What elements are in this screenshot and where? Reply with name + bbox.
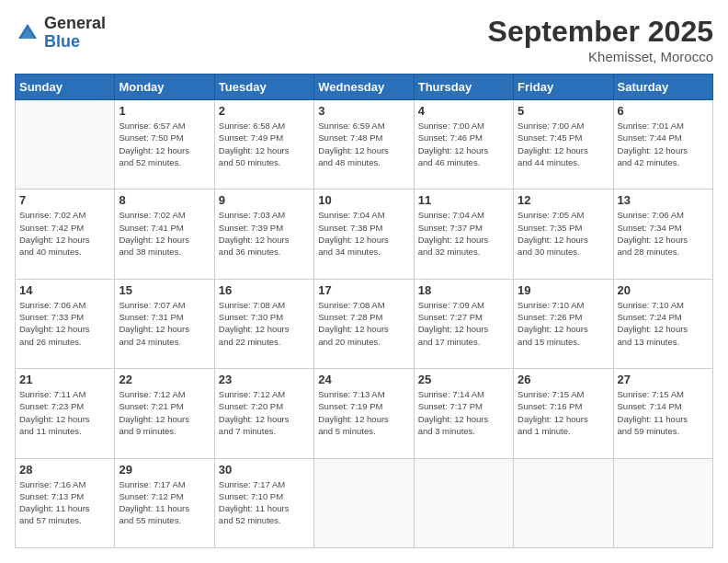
day-number: 8 xyxy=(119,193,210,207)
day-number: 12 xyxy=(518,193,609,207)
day-cell: 21Sunrise: 7:11 AMSunset: 7:23 PMDayligh… xyxy=(16,369,115,458)
calendar-header: SundayMondayTuesdayWednesdayThursdayFrid… xyxy=(16,75,713,100)
day-info: Sunrise: 7:00 AMSunset: 7:45 PMDaylight:… xyxy=(518,120,609,168)
day-cell: 16Sunrise: 7:08 AMSunset: 7:30 PMDayligh… xyxy=(214,279,313,368)
day-cell: 11Sunrise: 7:04 AMSunset: 7:37 PMDayligh… xyxy=(414,190,513,279)
day-number: 29 xyxy=(119,463,210,477)
day-number: 11 xyxy=(418,193,509,207)
day-info: Sunrise: 6:59 AMSunset: 7:48 PMDaylight:… xyxy=(318,120,409,168)
day-cell: 10Sunrise: 7:04 AMSunset: 7:38 PMDayligh… xyxy=(314,190,414,279)
day-cell xyxy=(314,458,414,547)
day-info: Sunrise: 7:17 AMSunset: 7:10 PMDaylight:… xyxy=(219,478,310,527)
day-number: 1 xyxy=(119,104,210,118)
day-number: 14 xyxy=(19,283,110,297)
day-info: Sunrise: 7:04 AMSunset: 7:38 PMDaylight:… xyxy=(318,209,409,258)
day-cell: 1Sunrise: 6:57 AMSunset: 7:50 PMDaylight… xyxy=(115,100,214,190)
day-cell: 29Sunrise: 7:17 AMSunset: 7:12 PMDayligh… xyxy=(115,458,214,547)
day-cell: 12Sunrise: 7:05 AMSunset: 7:35 PMDayligh… xyxy=(514,190,613,279)
day-number: 9 xyxy=(219,193,310,207)
page-subtitle: Khemisset, Morocco xyxy=(488,49,713,64)
day-number: 22 xyxy=(119,373,210,386)
day-info: Sunrise: 7:12 AMSunset: 7:20 PMDaylight:… xyxy=(219,388,310,437)
header-cell-saturday: Saturday xyxy=(613,75,712,100)
day-info: Sunrise: 7:09 AMSunset: 7:27 PMDaylight:… xyxy=(418,299,509,348)
day-info: Sunrise: 7:13 AMSunset: 7:19 PMDaylight:… xyxy=(318,388,409,437)
title-block: September 2025 Khemisset, Morocco xyxy=(488,15,713,64)
day-info: Sunrise: 7:14 AMSunset: 7:17 PMDaylight:… xyxy=(418,388,509,437)
day-cell xyxy=(414,458,513,547)
day-info: Sunrise: 7:15 AMSunset: 7:14 PMDaylight:… xyxy=(618,388,709,437)
day-cell xyxy=(16,100,115,190)
day-number: 25 xyxy=(418,373,509,386)
logo-text: General Blue xyxy=(44,15,106,52)
day-number: 16 xyxy=(219,283,310,297)
day-cell: 15Sunrise: 7:07 AMSunset: 7:31 PMDayligh… xyxy=(115,279,214,368)
week-row-2: 14Sunrise: 7:06 AMSunset: 7:33 PMDayligh… xyxy=(16,279,713,368)
day-info: Sunrise: 7:00 AMSunset: 7:46 PMDaylight:… xyxy=(418,120,509,168)
day-number: 5 xyxy=(518,104,609,118)
day-number: 23 xyxy=(219,373,310,386)
day-info: Sunrise: 7:04 AMSunset: 7:37 PMDaylight:… xyxy=(418,209,509,258)
header-row: SundayMondayTuesdayWednesdayThursdayFrid… xyxy=(16,75,713,100)
day-info: Sunrise: 7:11 AMSunset: 7:23 PMDaylight:… xyxy=(19,388,110,437)
week-row-4: 28Sunrise: 7:16 AMSunset: 7:13 PMDayligh… xyxy=(16,458,713,547)
day-cell: 26Sunrise: 7:15 AMSunset: 7:16 PMDayligh… xyxy=(514,369,613,458)
day-info: Sunrise: 7:10 AMSunset: 7:24 PMDaylight:… xyxy=(618,299,709,348)
day-cell: 18Sunrise: 7:09 AMSunset: 7:27 PMDayligh… xyxy=(414,279,513,368)
day-cell: 27Sunrise: 7:15 AMSunset: 7:14 PMDayligh… xyxy=(613,369,712,458)
logo-blue: Blue xyxy=(44,33,106,52)
day-number: 20 xyxy=(618,283,709,297)
day-cell: 3Sunrise: 6:59 AMSunset: 7:48 PMDaylight… xyxy=(314,100,414,190)
day-info: Sunrise: 7:16 AMSunset: 7:13 PMDaylight:… xyxy=(19,478,110,527)
day-cell: 25Sunrise: 7:14 AMSunset: 7:17 PMDayligh… xyxy=(414,369,513,458)
day-number: 18 xyxy=(418,283,509,297)
day-cell: 28Sunrise: 7:16 AMSunset: 7:13 PMDayligh… xyxy=(16,458,115,547)
calendar-body: 1Sunrise: 6:57 AMSunset: 7:50 PMDaylight… xyxy=(16,100,713,548)
day-info: Sunrise: 6:58 AMSunset: 7:49 PMDaylight:… xyxy=(219,120,310,168)
day-cell: 13Sunrise: 7:06 AMSunset: 7:34 PMDayligh… xyxy=(613,190,712,279)
logo: General Blue xyxy=(15,15,106,52)
day-info: Sunrise: 7:02 AMSunset: 7:42 PMDaylight:… xyxy=(19,209,110,258)
day-number: 24 xyxy=(318,373,409,386)
week-row-3: 21Sunrise: 7:11 AMSunset: 7:23 PMDayligh… xyxy=(16,369,713,458)
page-title: September 2025 xyxy=(488,15,713,49)
day-number: 27 xyxy=(618,373,709,386)
day-cell: 7Sunrise: 7:02 AMSunset: 7:42 PMDaylight… xyxy=(16,190,115,279)
header-cell-monday: Monday xyxy=(115,75,214,100)
logo-icon xyxy=(15,20,40,46)
calendar-table: SundayMondayTuesdayWednesdayThursdayFrid… xyxy=(15,74,713,548)
day-info: Sunrise: 7:12 AMSunset: 7:21 PMDaylight:… xyxy=(119,388,210,437)
day-number: 6 xyxy=(618,104,709,118)
day-number: 17 xyxy=(318,283,409,297)
day-info: Sunrise: 7:15 AMSunset: 7:16 PMDaylight:… xyxy=(518,388,609,437)
day-cell: 19Sunrise: 7:10 AMSunset: 7:26 PMDayligh… xyxy=(514,279,613,368)
day-cell: 30Sunrise: 7:17 AMSunset: 7:10 PMDayligh… xyxy=(214,458,313,547)
page-header: General Blue September 2025 Khemisset, M… xyxy=(15,15,713,64)
logo-general: General xyxy=(44,15,106,33)
header-cell-sunday: Sunday xyxy=(16,75,115,100)
header-cell-thursday: Thursday xyxy=(414,75,513,100)
day-info: Sunrise: 7:02 AMSunset: 7:41 PMDaylight:… xyxy=(119,209,210,258)
day-cell xyxy=(613,458,712,547)
header-cell-tuesday: Tuesday xyxy=(214,75,313,100)
day-number: 19 xyxy=(518,283,609,297)
day-cell: 20Sunrise: 7:10 AMSunset: 7:24 PMDayligh… xyxy=(613,279,712,368)
header-cell-wednesday: Wednesday xyxy=(314,75,414,100)
day-info: Sunrise: 7:08 AMSunset: 7:28 PMDaylight:… xyxy=(318,299,409,348)
day-info: Sunrise: 7:06 AMSunset: 7:34 PMDaylight:… xyxy=(618,209,709,258)
day-cell xyxy=(514,458,613,547)
day-cell: 22Sunrise: 7:12 AMSunset: 7:21 PMDayligh… xyxy=(115,369,214,458)
day-info: Sunrise: 7:01 AMSunset: 7:44 PMDaylight:… xyxy=(618,120,709,168)
day-cell: 2Sunrise: 6:58 AMSunset: 7:49 PMDaylight… xyxy=(214,100,313,190)
day-info: Sunrise: 7:05 AMSunset: 7:35 PMDaylight:… xyxy=(518,209,609,258)
day-number: 28 xyxy=(19,463,110,477)
day-number: 26 xyxy=(518,373,609,386)
day-number: 30 xyxy=(219,463,310,477)
day-cell: 9Sunrise: 7:03 AMSunset: 7:39 PMDaylight… xyxy=(214,190,313,279)
day-info: Sunrise: 7:03 AMSunset: 7:39 PMDaylight:… xyxy=(219,209,310,258)
day-info: Sunrise: 7:08 AMSunset: 7:30 PMDaylight:… xyxy=(219,299,310,348)
day-cell: 4Sunrise: 7:00 AMSunset: 7:46 PMDaylight… xyxy=(414,100,513,190)
day-cell: 14Sunrise: 7:06 AMSunset: 7:33 PMDayligh… xyxy=(16,279,115,368)
week-row-1: 7Sunrise: 7:02 AMSunset: 7:42 PMDaylight… xyxy=(16,190,713,279)
day-number: 13 xyxy=(618,193,709,207)
